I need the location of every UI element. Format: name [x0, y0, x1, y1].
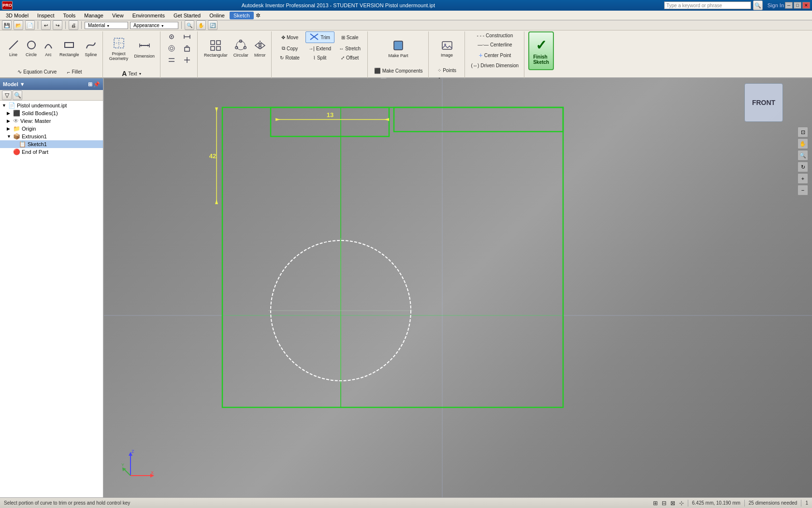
- coincident-tool[interactable]: [164, 31, 179, 42]
- rectangle-tool[interactable]: Rectangle: [57, 31, 82, 65]
- title-bar-title: Autodesk Inventor Professional 2013 - ST…: [13, 2, 664, 8]
- line-tool[interactable]: Line: [5, 31, 22, 65]
- text-icon: A: [122, 70, 127, 77]
- text-tool[interactable]: A Text ▼: [117, 68, 146, 79]
- menu-get-started[interactable]: Get Started: [170, 12, 204, 19]
- move-tool[interactable]: ✥ Move: [276, 33, 304, 42]
- circle-tool[interactable]: Circle: [23, 31, 40, 65]
- undo-button[interactable]: ↩: [41, 20, 51, 30]
- menu-online[interactable]: Online: [205, 12, 229, 19]
- close-button[interactable]: ✕: [802, 2, 810, 9]
- offset-icon: ⤢: [341, 55, 345, 60]
- make-part-tool[interactable]: Make Part: [385, 31, 412, 65]
- menu-extra[interactable]: ✲: [256, 12, 261, 19]
- stretch-tool[interactable]: ↔ Stretch: [335, 45, 364, 53]
- dim-right-arrow: [384, 118, 389, 121]
- copy-tool[interactable]: ⧉ Copy: [276, 44, 304, 53]
- filter-icon[interactable]: ▽: [2, 90, 12, 100]
- fix-tool[interactable]: [180, 43, 194, 54]
- viewport[interactable]: FRONT ⊡ ✋ 🔍 ↻ + −: [104, 78, 812, 497]
- svg-line-0: [9, 41, 18, 49]
- spline-tool[interactable]: Spline: [83, 31, 100, 65]
- tree-item-root[interactable]: ▼ 📄 Pistol undermount.ipt: [0, 102, 103, 109]
- menu-3d-model[interactable]: 3D Model: [2, 12, 32, 19]
- axes-indicator: Z X Y: [121, 449, 155, 483]
- print-button[interactable]: 🖨: [69, 20, 78, 30]
- save-button[interactable]: 💾: [2, 20, 12, 30]
- open-button[interactable]: 📂: [14, 20, 23, 30]
- new-button[interactable]: 📄: [25, 20, 35, 30]
- image-icon: [441, 40, 453, 52]
- svg-rect-18: [185, 47, 189, 51]
- menu-inspect[interactable]: Inspect: [33, 12, 58, 19]
- menu-view[interactable]: View: [108, 12, 128, 19]
- app-logo[interactable]: PRO: [2, 1, 13, 10]
- appearance-dropdown[interactable]: Appearance ▼: [130, 22, 178, 29]
- perp-tool[interactable]: [180, 55, 194, 65]
- project-geometry-tool[interactable]: ProjectGeometry: [107, 31, 131, 65]
- search-parts-icon[interactable]: 🔍: [13, 90, 22, 100]
- material-dropdown[interactable]: Material ▼: [85, 22, 128, 29]
- pan-icon[interactable]: ✋: [196, 20, 206, 30]
- mirror-tool[interactable]: Mirror: [252, 31, 268, 65]
- split-tool[interactable]: ⌇ Split: [305, 54, 334, 62]
- minimize-button[interactable]: ─: [785, 2, 793, 9]
- driven-dimension-tool[interactable]: (↔) Driven Dimension: [469, 61, 522, 70]
- search-box[interactable]: Type a keyword or phrase: [664, 1, 751, 9]
- tree-item-solid-bodies[interactable]: ▶ ⬛ Solid Bodies(1): [0, 109, 103, 117]
- center-point-tool[interactable]: + Center Point: [476, 50, 513, 60]
- tree-item-end-of-part[interactable]: 🔴 End of Part: [0, 148, 103, 156]
- collinear-tool[interactable]: [180, 31, 194, 42]
- sidebar-expand-icon[interactable]: ⊞: [88, 81, 92, 88]
- zoom-icon[interactable]: 🔍: [185, 20, 194, 30]
- trim-tool[interactable]: Trim: [305, 31, 334, 43]
- centerline-tool[interactable]: —·— Centerline: [475, 41, 514, 49]
- status-icon-grid[interactable]: ⊞: [653, 500, 658, 507]
- equation-curve-tool[interactable]: ∿ Equation Curve: [15, 67, 59, 76]
- top-right-rect: [394, 107, 563, 132]
- maximize-button[interactable]: □: [794, 2, 801, 9]
- extend-tool[interactable]: →| Extend: [305, 45, 334, 53]
- finish-sketch-button[interactable]: ✓ FinishSketch: [528, 31, 554, 70]
- image-tool[interactable]: Image: [437, 31, 457, 65]
- status-icon-settings[interactable]: ⊹: [679, 500, 684, 507]
- concentric-tool[interactable]: [164, 43, 179, 54]
- fillet-tool[interactable]: ⌐ Fillet: [60, 68, 89, 76]
- draw-tools-row2: ∿ Equation Curve ⌐ Fillet: [15, 67, 89, 76]
- parallel-tool[interactable]: [164, 55, 179, 65]
- dimension-tool[interactable]: Dimension: [132, 31, 158, 65]
- menu-manage[interactable]: Manage: [80, 12, 107, 19]
- menu-sketch[interactable]: Sketch: [230, 12, 254, 19]
- split-icon: ⌇: [313, 55, 316, 60]
- arc-tool[interactable]: Arc: [41, 31, 56, 65]
- dimension-icon: [138, 39, 151, 53]
- make-part-icon: [392, 39, 405, 53]
- construction-tool[interactable]: - - - Construction: [475, 31, 516, 40]
- rotate-tool[interactable]: ↻ Rotate: [276, 54, 304, 62]
- scale-tool[interactable]: ⊞ Scale: [335, 33, 364, 42]
- arc-icon: [43, 40, 54, 52]
- points-tool[interactable]: ⁘ Points: [433, 66, 462, 75]
- svg-point-1: [28, 41, 35, 49]
- redo-button[interactable]: ↪: [53, 20, 62, 30]
- line-icon: [8, 40, 19, 52]
- menu-environments[interactable]: Environments: [129, 12, 169, 19]
- centerline-icon: —·—: [478, 42, 489, 47]
- offset-tool[interactable]: ⤢ Offset: [335, 54, 364, 62]
- sidebar-pin-icon[interactable]: 📌: [93, 81, 100, 88]
- status-icon-snap[interactable]: ⊟: [662, 500, 667, 507]
- menu-tools[interactable]: Tools: [59, 12, 80, 19]
- sign-in-link[interactable]: Sign In: [768, 2, 784, 8]
- rectangular-pattern-tool[interactable]: Rectangular: [202, 31, 230, 65]
- tree-item-view-master[interactable]: ▶ 👁 View: Master: [0, 117, 103, 125]
- tree-item-extrusion1[interactable]: ▼ 📦 Extrusion1: [0, 133, 103, 140]
- tree-item-origin[interactable]: ▶ 📁 Origin: [0, 125, 103, 133]
- circular-pattern-tool[interactable]: Circular: [231, 31, 251, 65]
- tree-item-sketch1[interactable]: 📋 Sketch1: [0, 140, 103, 148]
- status-icon-pan[interactable]: ⊠: [670, 500, 675, 507]
- search-icon[interactable]: 🔍: [753, 0, 763, 10]
- make-components-tool[interactable]: ⬛ Make Components: [372, 66, 425, 75]
- orbit-icon[interactable]: 🔄: [208, 20, 218, 30]
- rect-pattern-icon: [210, 40, 221, 52]
- dim-v-value: 42: [209, 152, 216, 160]
